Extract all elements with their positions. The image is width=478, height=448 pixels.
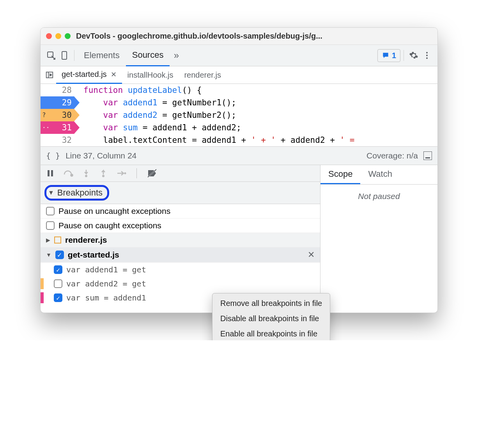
pause-caught-label: Pause on caught exceptions — [58, 221, 161, 230]
pause-icon[interactable] — [46, 169, 55, 178]
tab-watch[interactable]: Watch — [360, 165, 400, 184]
conditional-marker — [41, 278, 44, 289]
menu-disable-all-in-file[interactable]: Disable all breakpoints in file — [212, 311, 330, 326]
breakpoint-item[interactable]: var addend2 = get — [41, 277, 320, 291]
tab-sources[interactable]: Sources — [126, 45, 170, 66]
svg-rect-8 — [48, 170, 50, 176]
separator — [136, 168, 137, 178]
more-tabs-icon[interactable]: » — [170, 49, 183, 62]
pause-uncaught-row[interactable]: Pause on uncaught exceptions — [41, 204, 320, 219]
step-over-icon[interactable] — [63, 169, 73, 178]
file-name: get-started.js — [68, 250, 119, 260]
chevron-down-icon: ▼ — [48, 189, 54, 196]
breakpoint-gutter[interactable]: 29 — [41, 96, 74, 109]
checkbox[interactable] — [46, 207, 55, 215]
separator — [404, 50, 404, 61]
context-menu: Remove all breakpoints in file Disable a… — [212, 293, 330, 340]
window-title: DevTools - googlechrome.github.io/devtoo… — [76, 32, 322, 41]
breakpoint-code: var addend2 = get — [66, 279, 146, 288]
device-toggle-icon[interactable] — [58, 49, 71, 62]
remove-file-breakpoints-icon[interactable]: ✕ — [308, 250, 315, 260]
code-line: var addend1 = getNumber1(); — [74, 96, 236, 109]
file-tab-renderer[interactable]: renderer.js — [179, 66, 227, 84]
file-tab-installhook[interactable]: installHook.js — [122, 66, 179, 84]
breakpoint-item[interactable]: ✓ var addend1 = get — [41, 263, 320, 277]
checkbox-checked[interactable]: ✓ — [54, 293, 62, 302]
breakpoint-code: var addend1 = get — [66, 265, 146, 274]
not-paused-label: Not paused — [320, 185, 437, 208]
messages-button[interactable]: 1 — [377, 49, 400, 62]
window-controls — [46, 33, 71, 39]
deactivate-breakpoints-icon[interactable] — [147, 169, 157, 178]
pause-caught-row[interactable]: Pause on caught exceptions — [41, 219, 320, 233]
kebab-menu-icon[interactable] — [420, 49, 434, 62]
line-number[interactable]: 28 — [41, 84, 74, 96]
checkbox[interactable] — [46, 221, 55, 230]
code-line: function updateLabel() { — [74, 84, 202, 96]
chevron-down-icon: ▼ — [46, 252, 51, 258]
cursor-position: Line 37, Column 24 — [66, 151, 136, 160]
file-tab-label: get-started.js — [62, 70, 107, 79]
section-title: Breakpoints — [57, 188, 103, 198]
file-tab-get-started[interactable]: get-started.js ✕ — [56, 66, 122, 84]
messages-count: 1 — [392, 51, 396, 60]
code-line: label.textContent = addend1 + ' + ' + ad… — [74, 134, 354, 146]
tab-scope[interactable]: Scope — [320, 165, 360, 184]
breakpoint-file-get-started[interactable]: ▼ ✓ get-started.js ✕ — [41, 247, 320, 263]
close-window-button[interactable] — [46, 33, 52, 39]
svg-rect-9 — [51, 170, 53, 176]
svg-point-4 — [426, 57, 428, 59]
main-toolbar: Elements Sources » 1 — [41, 45, 437, 66]
svg-point-11 — [85, 175, 87, 177]
step-out-icon[interactable] — [99, 169, 108, 178]
settings-icon[interactable] — [407, 49, 420, 62]
separator — [74, 50, 74, 61]
breakpoint-file-renderer[interactable]: ▶ renderer.js — [41, 233, 320, 247]
svg-point-12 — [102, 175, 104, 177]
checkbox-checked[interactable]: ✓ — [55, 251, 64, 259]
menu-enable-all-in-file[interactable]: Enable all breakpoints in file — [212, 326, 330, 340]
checkbox[interactable] — [54, 279, 62, 288]
tab-elements[interactable]: Elements — [78, 45, 126, 66]
pause-uncaught-label: Pause on uncaught exceptions — [58, 206, 170, 216]
svg-rect-1 — [62, 52, 67, 59]
coverage-icon[interactable] — [423, 151, 432, 160]
svg-point-10 — [71, 174, 73, 176]
debugger-toolbar — [41, 165, 320, 182]
titlebar: DevTools - googlechrome.github.io/devtoo… — [41, 28, 437, 45]
js-file-icon — [54, 236, 61, 244]
chevron-right-icon: ▶ — [46, 237, 50, 243]
debugger-pane: ▼ Breakpoints Pause on uncaught exceptio… — [41, 165, 437, 313]
breakpoint-code: var sum = addend1 — [66, 293, 146, 302]
inspect-icon[interactable] — [44, 49, 58, 62]
scope-watch-pane: Scope Watch Not paused — [320, 165, 437, 313]
line-number[interactable]: 32 — [41, 134, 74, 146]
file-name: renderer.js — [65, 235, 107, 245]
svg-point-2 — [426, 52, 428, 53]
checkbox-checked[interactable]: ✓ — [54, 265, 62, 274]
zoom-window-button[interactable] — [65, 33, 71, 39]
logpoint-gutter[interactable]: ··31 — [41, 121, 74, 134]
logpoint-marker — [41, 292, 44, 303]
code-line: var addend2 = getNumber2(); — [74, 109, 236, 121]
svg-point-13 — [124, 172, 126, 174]
step-icon[interactable] — [116, 169, 126, 178]
step-into-icon[interactable] — [82, 169, 90, 178]
code-editor[interactable]: 28function updateLabel() { 29 var addend… — [41, 84, 437, 146]
devtools-window: DevTools - googlechrome.github.io/devtoo… — [40, 27, 438, 313]
menu-remove-all-in-file[interactable]: Remove all breakpoints in file — [212, 296, 330, 311]
conditional-breakpoint-gutter[interactable]: ?30 — [41, 109, 74, 121]
minimize-window-button[interactable] — [55, 33, 61, 39]
highlight-ring: ▼ Breakpoints — [44, 185, 109, 201]
editor-statusbar: { } Line 37, Column 24 Coverage: n/a — [41, 146, 437, 165]
svg-point-3 — [426, 55, 428, 56]
breakpoints-section-header[interactable]: ▼ Breakpoints — [41, 182, 320, 204]
svg-marker-7 — [50, 74, 52, 76]
file-tabs: get-started.js ✕ installHook.js renderer… — [41, 66, 437, 84]
close-tab-icon[interactable]: ✕ — [111, 70, 117, 79]
pretty-print-icon[interactable]: { } — [46, 151, 60, 160]
coverage-label: Coverage: n/a — [366, 151, 418, 160]
code-line: var sum = addend1 + addend2; — [74, 121, 241, 134]
navigator-toggle-icon[interactable] — [43, 71, 56, 79]
